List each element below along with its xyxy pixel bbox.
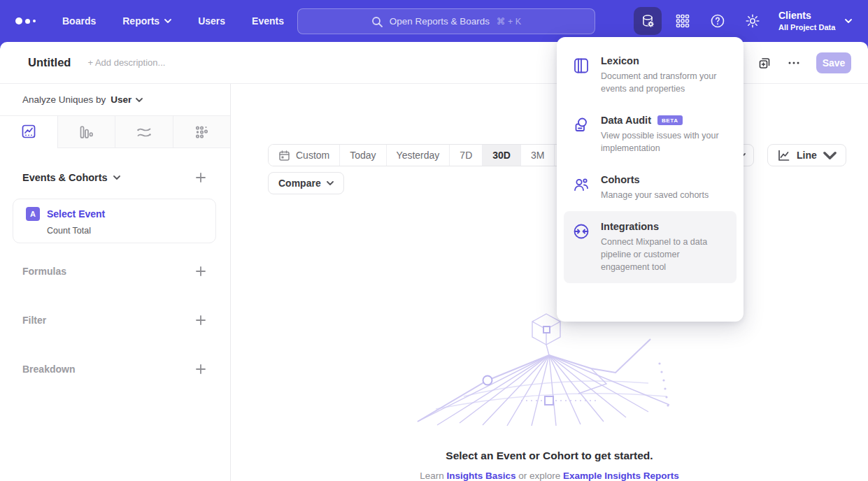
- bar-chart-icon: [78, 124, 94, 141]
- chevron-down-icon: [823, 149, 837, 162]
- plus-icon: [195, 364, 206, 375]
- menu-item-cohorts[interactable]: Cohorts Manage your saved cohorts: [564, 164, 737, 211]
- empty-state-title: Select an Event or Cohort to get started…: [231, 450, 868, 462]
- plus-icon: [195, 266, 206, 277]
- duplicate-button[interactable]: [757, 56, 771, 70]
- project-name: Clients: [778, 10, 835, 22]
- nav-boards[interactable]: Boards: [62, 15, 96, 27]
- query-builder-sidebar: Analyze Uniques by User: [0, 84, 231, 481]
- event-aggregation[interactable]: Count Total: [47, 226, 206, 236]
- add-event-button[interactable]: [195, 172, 206, 183]
- ellipsis-icon: [787, 56, 801, 70]
- lexicon-icon: [572, 55, 590, 95]
- filter-label: Filter: [22, 315, 46, 326]
- line-chart-icon: [777, 149, 790, 162]
- help-icon: [710, 13, 725, 29]
- chevron-down-icon: [113, 175, 120, 180]
- events-cohorts-dropdown[interactable]: Events & Cohorts: [22, 172, 120, 183]
- event-letter-badge: A: [26, 207, 40, 221]
- topbar-icon-group: [634, 0, 767, 42]
- mixpanel-logo[interactable]: [15, 17, 36, 24]
- search-icon: [371, 16, 383, 27]
- date-range-picker: Custom Today Yesterday 7D 30D 3M 6M: [268, 144, 589, 166]
- chevron-down-icon: [845, 19, 852, 23]
- menu-item-integrations[interactable]: Integrations Connect Mixpanel to a data …: [564, 211, 737, 283]
- primary-nav: Boards Reports Users Events: [62, 15, 284, 27]
- report-canvas: Custom Today Yesterday 7D 30D 3M 6M Comp…: [231, 126, 868, 481]
- date-range-30d[interactable]: 30D: [482, 145, 520, 166]
- date-range-yesterday[interactable]: Yesterday: [386, 145, 450, 166]
- chart-type-tab-metric[interactable]: [173, 116, 231, 148]
- help-button[interactable]: [704, 7, 732, 35]
- duplicate-icon: [757, 56, 771, 70]
- more-options-button[interactable]: [787, 56, 801, 70]
- plus-icon: [195, 315, 206, 326]
- line-chart-box-icon: [20, 123, 37, 140]
- beta-badge: BETA: [657, 115, 683, 125]
- data-management-menu: Lexicon Document and transform your even…: [557, 37, 744, 322]
- date-range-custom[interactable]: Custom: [269, 145, 339, 166]
- subtitle-middle: or explore: [515, 471, 563, 481]
- settings-button[interactable]: [739, 7, 767, 35]
- cohorts-icon: [572, 174, 590, 201]
- select-event-button[interactable]: Select Event: [47, 208, 105, 220]
- chevron-down-icon: [164, 19, 171, 23]
- add-description-field[interactable]: + Add description...: [87, 57, 165, 68]
- apps-grid-icon: [675, 13, 690, 29]
- plus-icon: [195, 172, 206, 183]
- apps-grid-button[interactable]: [669, 7, 697, 35]
- add-formula-button[interactable]: [195, 266, 206, 277]
- chevron-down-icon: [136, 98, 143, 102]
- project-scope: All Project Data: [778, 22, 835, 32]
- global-search-input[interactable]: Open Reports & Boards ⌘ + K: [297, 8, 595, 34]
- nav-reports[interactable]: Reports: [122, 15, 171, 27]
- save-button[interactable]: Save: [816, 52, 851, 73]
- insights-basics-link[interactable]: Insights Basics: [446, 471, 515, 481]
- compare-dropdown[interactable]: Compare: [268, 172, 344, 194]
- filter-row: Filter: [0, 313, 230, 327]
- events-cohorts-header: Events & Cohorts: [0, 172, 230, 183]
- event-card[interactable]: A Select Event Count Total: [13, 199, 216, 243]
- example-reports-link[interactable]: Example Insights Reports: [563, 471, 679, 481]
- search-placeholder: Open Reports & Boards: [390, 16, 490, 27]
- subtitle-prefix: Learn: [420, 471, 446, 481]
- chart-style-dropdown[interactable]: Line: [767, 144, 846, 166]
- add-filter-button[interactable]: [195, 315, 206, 326]
- empty-state-graphic: [416, 311, 682, 426]
- chart-type-tabs: [0, 116, 230, 148]
- top-nav-bar: Boards Reports Users Events Open Reports…: [0, 0, 868, 42]
- empty-state-subtitle: Learn Insights Basics or explore Example…: [231, 471, 868, 481]
- nav-events[interactable]: Events: [252, 15, 284, 27]
- chart-type-tab-line[interactable]: [0, 116, 57, 148]
- chart-type-tab-bar[interactable]: [57, 116, 115, 148]
- analyze-by-dropdown[interactable]: User: [111, 94, 143, 105]
- metric-grid-icon: [193, 124, 210, 141]
- formulas-row: Formulas: [0, 264, 230, 278]
- breakdown-label: Breakdown: [22, 364, 75, 375]
- breakdown-row: Breakdown: [0, 362, 230, 376]
- analyze-label: Analyze Uniques by: [22, 94, 106, 105]
- flow-chart-icon: [136, 124, 152, 141]
- report-title[interactable]: Untitled: [28, 56, 71, 69]
- date-range-3m[interactable]: 3M: [520, 145, 554, 166]
- chevron-down-icon: [327, 181, 334, 185]
- menu-item-lexicon[interactable]: Lexicon Document and transform your even…: [564, 45, 737, 105]
- menu-item-data-audit[interactable]: Data AuditBETA View possible issues with…: [564, 105, 737, 164]
- calendar-icon: [278, 150, 290, 161]
- gear-icon: [745, 13, 760, 29]
- analyze-row: Analyze Uniques by User: [0, 84, 230, 116]
- date-range-today[interactable]: Today: [339, 145, 385, 166]
- project-switcher[interactable]: Clients All Project Data: [778, 0, 852, 42]
- add-breakdown-button[interactable]: [195, 364, 206, 375]
- integrations-icon: [572, 221, 590, 273]
- data-audit-icon: [572, 115, 590, 155]
- formulas-label: Formulas: [22, 266, 66, 277]
- date-range-7d[interactable]: 7D: [449, 145, 482, 166]
- data-management-button[interactable]: [634, 7, 662, 35]
- chart-type-tab-flow[interactable]: [115, 116, 173, 148]
- search-shortcut: ⌘ + K: [497, 16, 521, 27]
- nav-users[interactable]: Users: [198, 15, 225, 27]
- database-gear-icon: [640, 13, 655, 29]
